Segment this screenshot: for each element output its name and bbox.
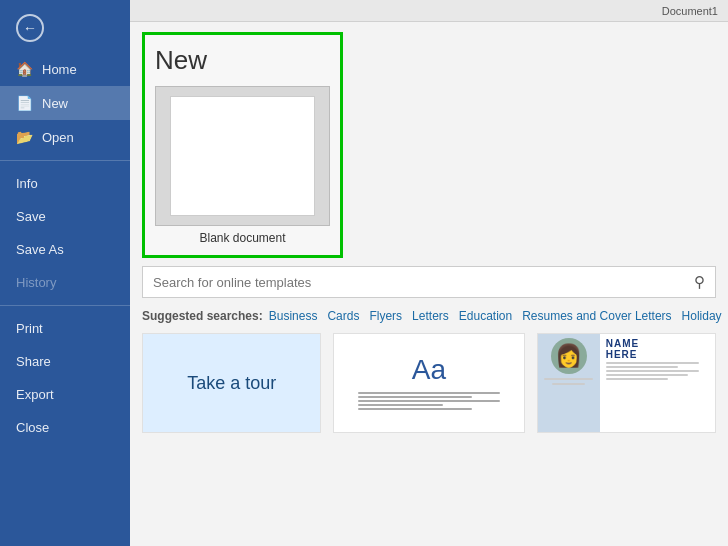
top-bar: Document1 bbox=[130, 0, 728, 22]
back-icon[interactable]: ← bbox=[16, 14, 44, 42]
search-input[interactable] bbox=[153, 275, 694, 290]
template-card-tour[interactable]: Take a tour bbox=[142, 333, 321, 433]
blank-doc-preview bbox=[155, 86, 330, 226]
templates-row: Take a tour Aa 👩 bbox=[130, 328, 728, 546]
sidebar-label-export: Export bbox=[16, 387, 54, 402]
sidebar-label-history: History bbox=[16, 275, 56, 290]
new-section-highlight: New Blank document bbox=[142, 32, 343, 258]
sidebar-label-print: Print bbox=[16, 321, 43, 336]
sidebar: ← 🏠 Home 📄 New 📂 Open Info Save Save As … bbox=[0, 0, 130, 546]
sidebar-item-open[interactable]: 📂 Open bbox=[0, 120, 130, 154]
resume-line-4 bbox=[606, 374, 689, 376]
sample-line-4 bbox=[358, 404, 443, 406]
sidebar-navigation: 🏠 Home 📄 New 📂 Open Info Save Save As Hi… bbox=[0, 52, 130, 546]
template-card-sample[interactable]: Aa bbox=[333, 333, 524, 433]
sidebar-label-home: Home bbox=[42, 62, 77, 77]
document-title: Document1 bbox=[662, 5, 718, 17]
sidebar-label-close: Close bbox=[16, 420, 49, 435]
new-doc-icon: 📄 bbox=[16, 95, 32, 111]
sample-line-1 bbox=[358, 392, 500, 394]
search-section: ⚲ bbox=[130, 266, 728, 304]
sidebar-item-close[interactable]: Close bbox=[0, 411, 130, 444]
sidebar-item-new[interactable]: 📄 New bbox=[0, 86, 130, 120]
new-section-wrapper: New Blank document bbox=[130, 22, 728, 266]
suggested-searches-row: Suggested searches: Business Cards Flyer… bbox=[130, 304, 728, 328]
resume-name-label: NAMEHERE bbox=[606, 338, 709, 360]
suggested-letters[interactable]: Letters bbox=[412, 309, 449, 323]
back-button[interactable]: ← bbox=[0, 0, 130, 52]
search-bar: ⚲ bbox=[142, 266, 716, 298]
sidebar-item-save-as[interactable]: Save As bbox=[0, 233, 130, 266]
resume-line-2 bbox=[606, 366, 678, 368]
sidebar-item-home[interactable]: 🏠 Home bbox=[0, 52, 130, 86]
suggested-education[interactable]: Education bbox=[459, 309, 512, 323]
avatar-person-icon: 👩 bbox=[555, 343, 582, 369]
main-content: Document1 New Blank document ⚲ Suggested… bbox=[130, 0, 728, 546]
tour-label: Take a tour bbox=[187, 373, 276, 394]
suggested-holiday[interactable]: Holiday bbox=[682, 309, 722, 323]
sidebar-label-new: New bbox=[42, 96, 68, 111]
suggested-label: Suggested searches: bbox=[142, 309, 263, 323]
resume-line-3 bbox=[606, 370, 699, 372]
suggested-cards[interactable]: Cards bbox=[327, 309, 359, 323]
sidebar-label-open: Open bbox=[42, 130, 74, 145]
sidebar-item-share[interactable]: Share bbox=[0, 345, 130, 378]
blank-doc-label: Blank document bbox=[155, 231, 330, 245]
sidebar-item-history[interactable]: History bbox=[0, 266, 130, 299]
sidebar-label-save: Save bbox=[16, 209, 46, 224]
template-card-resume[interactable]: 👩 NAMEHERE bbox=[537, 333, 716, 433]
home-icon: 🏠 bbox=[16, 61, 32, 77]
open-icon: 📂 bbox=[16, 129, 32, 145]
resume-right-panel: NAMEHERE bbox=[600, 334, 715, 432]
sidebar-label-share: Share bbox=[16, 354, 51, 369]
sidebar-item-print[interactable]: Print bbox=[0, 312, 130, 345]
search-button[interactable]: ⚲ bbox=[694, 273, 705, 291]
sidebar-label-info: Info bbox=[16, 176, 38, 191]
blank-doc-inner bbox=[170, 96, 315, 216]
suggested-business[interactable]: Business bbox=[269, 309, 318, 323]
resume-inner: 👩 NAMEHERE bbox=[538, 334, 715, 432]
suggested-flyers[interactable]: Flyers bbox=[369, 309, 402, 323]
sidebar-item-export[interactable]: Export bbox=[0, 378, 130, 411]
new-section-title: New bbox=[155, 45, 330, 76]
resume-left-line-2 bbox=[552, 383, 584, 385]
resume-avatar: 👩 bbox=[551, 338, 587, 374]
suggested-resumes[interactable]: Resumes and Cover Letters bbox=[522, 309, 671, 323]
sample-line-3 bbox=[358, 400, 500, 402]
sample-line-2 bbox=[358, 396, 471, 398]
resume-line-5 bbox=[606, 378, 668, 380]
sample-aa-text: Aa bbox=[412, 354, 446, 386]
resume-left-panel: 👩 bbox=[538, 334, 600, 432]
sidebar-item-info[interactable]: Info bbox=[0, 167, 130, 200]
sample-line-5 bbox=[358, 408, 471, 410]
sample-lines bbox=[358, 390, 500, 412]
sidebar-label-save-as: Save As bbox=[16, 242, 64, 257]
blank-document-card[interactable]: Blank document bbox=[155, 86, 330, 245]
resume-line-1 bbox=[606, 362, 699, 364]
sidebar-item-save[interactable]: Save bbox=[0, 200, 130, 233]
resume-left-line-1 bbox=[544, 378, 593, 380]
